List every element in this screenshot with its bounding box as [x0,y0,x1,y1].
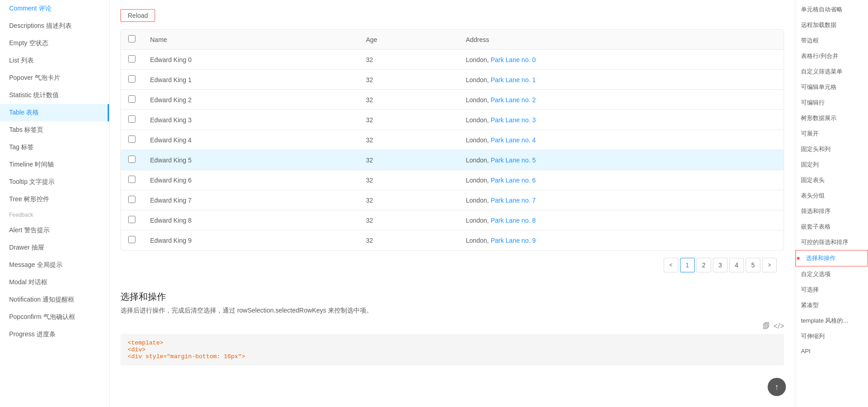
sidebar-item-alert[interactable]: Alert 警告提示 [0,222,109,239]
row-checkbox-1[interactable] [128,75,135,83]
address-link[interactable]: Park Lane no. 0 [491,56,536,63]
cell-name: Edward King 2 [143,90,359,110]
right-item-api[interactable]: API [795,344,868,358]
table-row: Edward King 5 32 London, Park Lane no. 5 [121,150,784,170]
col-name: Name [143,30,359,50]
row-checkbox-9[interactable] [128,236,135,243]
cell-age: 32 [359,70,458,90]
right-item-editable-cell[interactable]: 可编辑单元格 [795,79,868,95]
right-item-select-action[interactable]: 选择和操作 [795,250,868,266]
cell-address: London, Park Lane no. 6 [458,170,784,190]
right-item-control-filter[interactable]: 可控的筛选和排序 [795,235,868,250]
section-title: 选择和操作 [120,291,784,303]
right-item-custom-select[interactable]: 自定义筛选菜单 [795,64,868,79]
cell-address: London, Park Lane no. 5 [458,150,784,170]
row-checkbox-6[interactable] [128,176,135,183]
sidebar-item-drawer[interactable]: Drawer 抽屉 [0,239,109,256]
sidebar-item-progress[interactable]: Progress 进度条 [0,326,109,343]
cell-age: 32 [359,130,458,150]
right-item-editable-row[interactable]: 可编辑行 [795,95,868,110]
page-5-button[interactable]: 5 [746,258,760,272]
table-row: Edward King 9 32 London, Park Lane no. 9 [121,230,784,250]
cell-address: London, Park Lane no. 3 [458,110,784,130]
address-link[interactable]: Park Lane no. 2 [491,96,536,104]
sidebar-item-descriptions[interactable]: Descriptions 描述列表 [0,17,109,35]
cell-address: London, Park Lane no. 7 [458,190,784,210]
sidebar-item-tabs[interactable]: Tabs 标签页 [0,121,109,139]
back-to-top-button[interactable]: ↑ [768,378,786,396]
right-item-template-style[interactable]: template 风格的... [795,313,868,329]
section-description: 选择后进行操作，完成后清空选择，通过 rowSelection.selected… [120,307,784,315]
row-checkbox-2[interactable] [128,95,135,103]
left-sidebar: Comment 评论 Descriptions 描述列表 Empty 空状态 L… [0,0,109,407]
right-item-remote-load[interactable]: 远程加载数据 [795,17,868,33]
right-item-fixed-head-col[interactable]: 固定头和列 [795,141,868,157]
cell-age: 32 [359,170,458,190]
right-item-expandable[interactable]: 可展开 [795,126,868,141]
sidebar-item-table[interactable]: Table 表格 [0,104,109,121]
table-row: Edward King 3 32 London, Park Lane no. 3 [121,110,784,130]
right-item-border[interactable]: 带边框 [795,33,868,48]
right-item-compact[interactable]: 紧凑型 [795,297,868,313]
right-item-selectable[interactable]: 可选择 [795,282,868,297]
address-link[interactable]: Park Lane no. 4 [491,136,536,144]
next-page-button[interactable]: > [762,258,777,272]
address-link[interactable]: Park Lane no. 5 [491,157,536,164]
prev-page-button[interactable]: < [664,258,678,272]
cell-address: London, Park Lane no. 9 [458,230,784,250]
table-row: Edward King 6 32 London, Park Lane no. 6 [121,170,784,190]
page-3-button[interactable]: 3 [713,258,728,272]
code-line-2: <div> [128,346,146,353]
address-link[interactable]: Park Lane no. 7 [491,197,536,204]
sidebar-item-message[interactable]: Message 全局提示 [0,256,109,274]
cell-name: Edward King 5 [143,150,359,170]
address-link[interactable]: Park Lane no. 6 [491,177,536,184]
address-link[interactable]: Park Lane no. 9 [491,237,536,244]
row-checkbox-5[interactable] [128,156,135,163]
sidebar-item-timeline[interactable]: Timeline 时间轴 [0,156,109,173]
cell-age: 32 [359,230,458,250]
sidebar-item-tree[interactable]: Tree 树形控件 [0,191,109,208]
cell-age: 32 [359,210,458,230]
sidebar-item-popconfirm[interactable]: Popconfirm 气泡确认框 [0,308,109,326]
page-4-button[interactable]: 4 [729,258,744,272]
copy-icon[interactable]: 🗐 [763,322,770,330]
select-all-checkbox[interactable] [128,35,135,42]
row-checkbox-3[interactable] [128,115,135,123]
reload-button[interactable]: Reload [120,9,155,22]
sidebar-item-popover[interactable]: Popover 气泡卡片 [0,69,109,87]
sidebar-item-tooltip[interactable]: Tooltip 文字提示 [0,173,109,191]
address-link[interactable]: Park Lane no. 1 [491,76,536,83]
right-item-group-head[interactable]: 表头分组 [795,188,868,204]
address-link[interactable]: Park Lane no. 8 [491,217,536,224]
page-2-button[interactable]: 2 [696,258,711,272]
sidebar-item-list[interactable]: List 列表 [0,52,109,69]
table-row: Edward King 4 32 London, Park Lane no. 4 [121,130,784,150]
page-1-button[interactable]: 1 [680,258,695,272]
address-link[interactable]: Park Lane no. 3 [491,116,536,124]
right-item-row-col-span[interactable]: 表格行/列合并 [795,48,868,64]
right-item-nested-table[interactable]: 嵌套子表格 [795,219,868,235]
sidebar-item-notification[interactable]: Notification 通知提醒框 [0,291,109,308]
sidebar-item-tag[interactable]: Tag 标签 [0,139,109,156]
data-table: Name Age Address Edward King 0 32 London… [120,29,784,250]
row-checkbox-8[interactable] [128,216,135,223]
right-item-cell-omit[interactable]: 单元格自动省略 [795,2,868,17]
expand-code-icon[interactable]: </> [774,322,784,330]
sidebar-item-statistic[interactable]: Statistic 统计数值 [0,87,109,104]
sidebar-item-comment[interactable]: Comment 评论 [0,0,109,17]
right-item-virtual-list[interactable]: 可伸缩列 [795,329,868,344]
row-checkbox-0[interactable] [128,55,135,63]
right-item-fixed-col[interactable]: 固定列 [795,157,868,172]
sidebar-item-modal[interactable]: Modal 对话框 [0,274,109,291]
right-item-tree-data[interactable]: 树形数据展示 [795,110,868,126]
sidebar-item-empty[interactable]: Empty 空状态 [0,35,109,52]
row-checkbox-7[interactable] [128,196,135,203]
right-item-filter-sort[interactable]: 筛选和排序 [795,204,868,219]
code-actions: 🗐 </> [120,322,784,330]
right-item-fixed-head[interactable]: 固定表头 [795,172,868,188]
row-checkbox-4[interactable] [128,136,135,143]
cell-name: Edward King 3 [143,110,359,130]
right-item-custom-select2[interactable]: 自定义选项 [795,266,868,282]
table-row: Edward King 8 32 London, Park Lane no. 8 [121,210,784,230]
